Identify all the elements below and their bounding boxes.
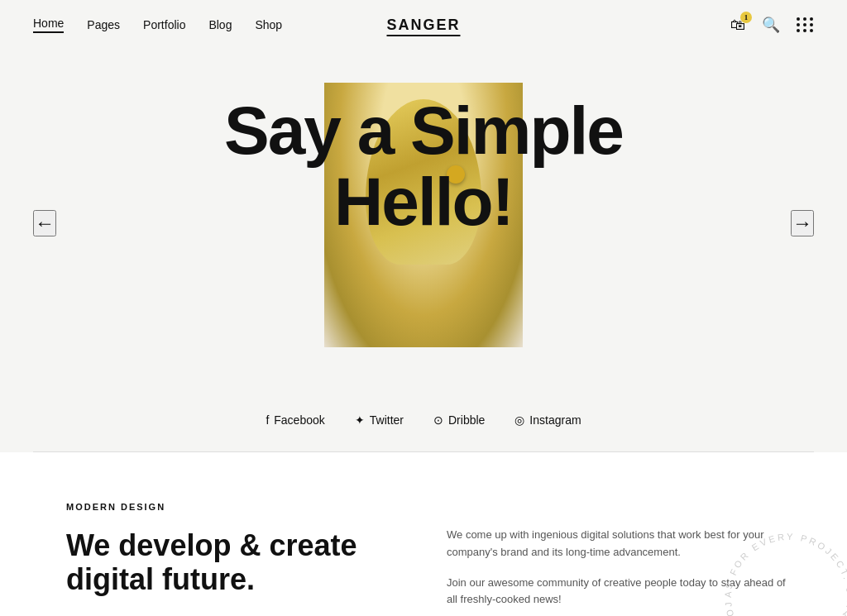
nav-home[interactable]: Home [33,17,64,33]
cart-icon[interactable]: 🛍 1 [730,17,745,34]
hero-title: Say a Simple Hello! [134,95,713,237]
section-heading: We develop & create digital future. [66,528,380,597]
nav-shop[interactable]: Shop [255,18,282,31]
nav-blog[interactable]: Blog [208,18,232,31]
cart-badge: 1 [740,12,752,23]
twitter-label: Twitter [370,413,404,427]
nav-links: Home Pages Portfolio Blog Shop [33,17,282,33]
grid-menu-icon[interactable] [797,17,814,32]
search-icon[interactable]: 🔍 [762,16,780,34]
nav-actions: 🛍 1 🔍 [730,16,814,34]
nav-pages[interactable]: Pages [87,18,120,31]
content-section: MODERN DESIGN We develop & create digita… [0,452,847,616]
content-left: MODERN DESIGN We develop & create digita… [66,502,380,616]
facebook-label: Facebook [274,413,324,427]
svg-text:AS FOR EVERY PROJECT. UNIQUE A: AS FOR EVERY PROJECT. UNIQUE AS FOR EVER… [715,523,847,616]
social-bar: f Facebook ✦ Twitter ⊙ Dribble ◎ Instagr… [0,397,847,451]
site-logo: SANGER [386,17,460,36]
hero-section: Say a Simple Hello! ← → [0,50,847,397]
dribble-label: Dribble [448,413,485,427]
dribble-icon: ⊙ [433,413,443,427]
instagram-icon: ◎ [514,413,524,427]
section-label: MODERN DESIGN [66,502,380,512]
social-twitter[interactable]: ✦ Twitter [355,413,404,427]
nav-portfolio[interactable]: Portfolio [143,18,185,31]
twitter-icon: ✦ [355,413,365,427]
navigation: Home Pages Portfolio Blog Shop SANGER 🛍 … [0,0,847,50]
facebook-icon: f [266,413,269,427]
social-dribble[interactable]: ⊙ Dribble [433,413,485,427]
instagram-label: Instagram [529,413,581,427]
hero-prev-button[interactable]: ← [33,210,56,236]
circular-text-decoration: AS FOR EVERY PROJECT. UNIQUE AS FOR EVER… [715,523,847,616]
nav-center: SANGER [386,17,460,34]
social-instagram[interactable]: ◎ Instagram [514,413,581,427]
social-facebook[interactable]: f Facebook [266,413,324,427]
hero-next-button[interactable]: → [791,210,814,236]
